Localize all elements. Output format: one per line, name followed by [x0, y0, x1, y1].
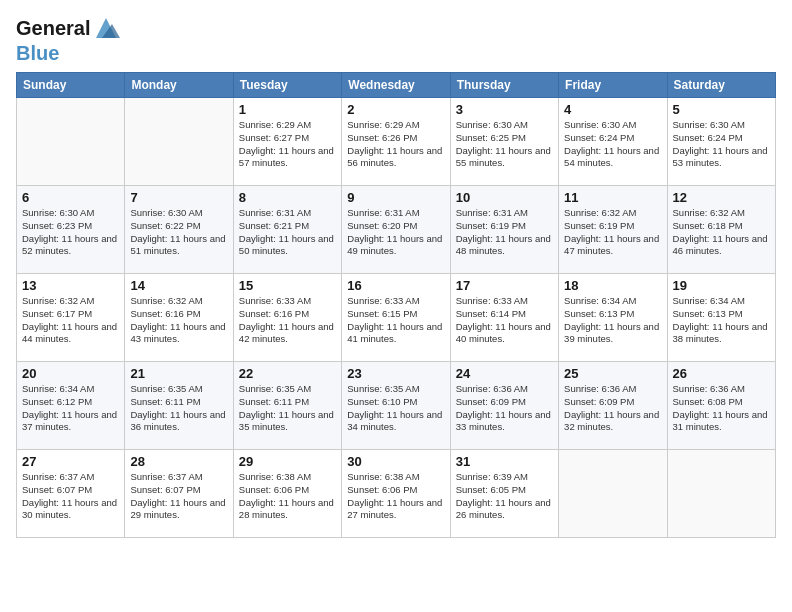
day-number: 17	[456, 278, 553, 293]
day-number: 16	[347, 278, 444, 293]
calendar-cell: 26Sunrise: 6:36 AM Sunset: 6:08 PM Dayli…	[667, 362, 775, 450]
day-info: Sunrise: 6:30 AM Sunset: 6:24 PM Dayligh…	[673, 119, 770, 170]
calendar-cell: 10Sunrise: 6:31 AM Sunset: 6:19 PM Dayli…	[450, 186, 558, 274]
day-number: 19	[673, 278, 770, 293]
day-number: 21	[130, 366, 227, 381]
calendar-cell: 14Sunrise: 6:32 AM Sunset: 6:16 PM Dayli…	[125, 274, 233, 362]
day-number: 4	[564, 102, 661, 117]
weekday-header-row: SundayMondayTuesdayWednesdayThursdayFrid…	[17, 73, 776, 98]
calendar-cell: 8Sunrise: 6:31 AM Sunset: 6:21 PM Daylig…	[233, 186, 341, 274]
calendar-table: SundayMondayTuesdayWednesdayThursdayFrid…	[16, 72, 776, 538]
calendar-cell: 16Sunrise: 6:33 AM Sunset: 6:15 PM Dayli…	[342, 274, 450, 362]
day-number: 26	[673, 366, 770, 381]
day-number: 20	[22, 366, 119, 381]
day-number: 22	[239, 366, 336, 381]
day-number: 24	[456, 366, 553, 381]
day-number: 14	[130, 278, 227, 293]
calendar-cell: 23Sunrise: 6:35 AM Sunset: 6:10 PM Dayli…	[342, 362, 450, 450]
day-number: 18	[564, 278, 661, 293]
day-info: Sunrise: 6:35 AM Sunset: 6:10 PM Dayligh…	[347, 383, 444, 434]
day-number: 13	[22, 278, 119, 293]
calendar-cell: 9Sunrise: 6:31 AM Sunset: 6:20 PM Daylig…	[342, 186, 450, 274]
day-number: 11	[564, 190, 661, 205]
day-info: Sunrise: 6:39 AM Sunset: 6:05 PM Dayligh…	[456, 471, 553, 522]
day-number: 3	[456, 102, 553, 117]
calendar-cell: 27Sunrise: 6:37 AM Sunset: 6:07 PM Dayli…	[17, 450, 125, 538]
day-number: 27	[22, 454, 119, 469]
calendar-cell: 22Sunrise: 6:35 AM Sunset: 6:11 PM Dayli…	[233, 362, 341, 450]
day-info: Sunrise: 6:34 AM Sunset: 6:12 PM Dayligh…	[22, 383, 119, 434]
calendar-week-row: 13Sunrise: 6:32 AM Sunset: 6:17 PM Dayli…	[17, 274, 776, 362]
day-info: Sunrise: 6:38 AM Sunset: 6:06 PM Dayligh…	[347, 471, 444, 522]
weekday-header: Friday	[559, 73, 667, 98]
calendar-cell: 3Sunrise: 6:30 AM Sunset: 6:25 PM Daylig…	[450, 98, 558, 186]
calendar-cell: 29Sunrise: 6:38 AM Sunset: 6:06 PM Dayli…	[233, 450, 341, 538]
weekday-header: Monday	[125, 73, 233, 98]
calendar-cell: 7Sunrise: 6:30 AM Sunset: 6:22 PM Daylig…	[125, 186, 233, 274]
day-info: Sunrise: 6:32 AM Sunset: 6:16 PM Dayligh…	[130, 295, 227, 346]
calendar-cell: 24Sunrise: 6:36 AM Sunset: 6:09 PM Dayli…	[450, 362, 558, 450]
weekday-header: Tuesday	[233, 73, 341, 98]
calendar-cell	[559, 450, 667, 538]
calendar-cell: 15Sunrise: 6:33 AM Sunset: 6:16 PM Dayli…	[233, 274, 341, 362]
calendar-cell: 20Sunrise: 6:34 AM Sunset: 6:12 PM Dayli…	[17, 362, 125, 450]
calendar-cell: 25Sunrise: 6:36 AM Sunset: 6:09 PM Dayli…	[559, 362, 667, 450]
day-info: Sunrise: 6:33 AM Sunset: 6:15 PM Dayligh…	[347, 295, 444, 346]
day-info: Sunrise: 6:32 AM Sunset: 6:17 PM Dayligh…	[22, 295, 119, 346]
weekday-header: Thursday	[450, 73, 558, 98]
calendar-cell: 2Sunrise: 6:29 AM Sunset: 6:26 PM Daylig…	[342, 98, 450, 186]
day-info: Sunrise: 6:30 AM Sunset: 6:25 PM Dayligh…	[456, 119, 553, 170]
day-info: Sunrise: 6:35 AM Sunset: 6:11 PM Dayligh…	[130, 383, 227, 434]
day-info: Sunrise: 6:35 AM Sunset: 6:11 PM Dayligh…	[239, 383, 336, 434]
day-info: Sunrise: 6:30 AM Sunset: 6:24 PM Dayligh…	[564, 119, 661, 170]
day-info: Sunrise: 6:36 AM Sunset: 6:09 PM Dayligh…	[456, 383, 553, 434]
calendar-cell	[17, 98, 125, 186]
day-info: Sunrise: 6:31 AM Sunset: 6:21 PM Dayligh…	[239, 207, 336, 258]
day-info: Sunrise: 6:31 AM Sunset: 6:19 PM Dayligh…	[456, 207, 553, 258]
weekday-header: Wednesday	[342, 73, 450, 98]
day-info: Sunrise: 6:36 AM Sunset: 6:09 PM Dayligh…	[564, 383, 661, 434]
day-number: 12	[673, 190, 770, 205]
calendar-cell: 6Sunrise: 6:30 AM Sunset: 6:23 PM Daylig…	[17, 186, 125, 274]
day-number: 7	[130, 190, 227, 205]
day-number: 9	[347, 190, 444, 205]
day-info: Sunrise: 6:38 AM Sunset: 6:06 PM Dayligh…	[239, 471, 336, 522]
day-number: 8	[239, 190, 336, 205]
calendar-week-row: 1Sunrise: 6:29 AM Sunset: 6:27 PM Daylig…	[17, 98, 776, 186]
calendar-cell: 30Sunrise: 6:38 AM Sunset: 6:06 PM Dayli…	[342, 450, 450, 538]
calendar-cell: 5Sunrise: 6:30 AM Sunset: 6:24 PM Daylig…	[667, 98, 775, 186]
logo-blue: Blue	[16, 42, 120, 64]
day-info: Sunrise: 6:36 AM Sunset: 6:08 PM Dayligh…	[673, 383, 770, 434]
day-info: Sunrise: 6:37 AM Sunset: 6:07 PM Dayligh…	[130, 471, 227, 522]
calendar-cell	[125, 98, 233, 186]
day-number: 2	[347, 102, 444, 117]
day-number: 31	[456, 454, 553, 469]
day-number: 6	[22, 190, 119, 205]
day-number: 5	[673, 102, 770, 117]
logo-text: General	[16, 17, 90, 39]
logo: General Blue	[16, 14, 120, 64]
calendar-cell: 4Sunrise: 6:30 AM Sunset: 6:24 PM Daylig…	[559, 98, 667, 186]
day-info: Sunrise: 6:33 AM Sunset: 6:14 PM Dayligh…	[456, 295, 553, 346]
day-info: Sunrise: 6:29 AM Sunset: 6:26 PM Dayligh…	[347, 119, 444, 170]
day-info: Sunrise: 6:29 AM Sunset: 6:27 PM Dayligh…	[239, 119, 336, 170]
day-number: 1	[239, 102, 336, 117]
weekday-header: Saturday	[667, 73, 775, 98]
day-number: 10	[456, 190, 553, 205]
calendar-cell: 17Sunrise: 6:33 AM Sunset: 6:14 PM Dayli…	[450, 274, 558, 362]
calendar-cell: 28Sunrise: 6:37 AM Sunset: 6:07 PM Dayli…	[125, 450, 233, 538]
day-info: Sunrise: 6:37 AM Sunset: 6:07 PM Dayligh…	[22, 471, 119, 522]
day-info: Sunrise: 6:31 AM Sunset: 6:20 PM Dayligh…	[347, 207, 444, 258]
day-number: 25	[564, 366, 661, 381]
day-number: 23	[347, 366, 444, 381]
calendar-cell: 18Sunrise: 6:34 AM Sunset: 6:13 PM Dayli…	[559, 274, 667, 362]
weekday-header: Sunday	[17, 73, 125, 98]
calendar-cell	[667, 450, 775, 538]
day-info: Sunrise: 6:34 AM Sunset: 6:13 PM Dayligh…	[673, 295, 770, 346]
calendar-cell: 11Sunrise: 6:32 AM Sunset: 6:19 PM Dayli…	[559, 186, 667, 274]
calendar-week-row: 20Sunrise: 6:34 AM Sunset: 6:12 PM Dayli…	[17, 362, 776, 450]
calendar-cell: 21Sunrise: 6:35 AM Sunset: 6:11 PM Dayli…	[125, 362, 233, 450]
calendar-cell: 13Sunrise: 6:32 AM Sunset: 6:17 PM Dayli…	[17, 274, 125, 362]
header: General Blue	[16, 10, 776, 64]
day-number: 30	[347, 454, 444, 469]
